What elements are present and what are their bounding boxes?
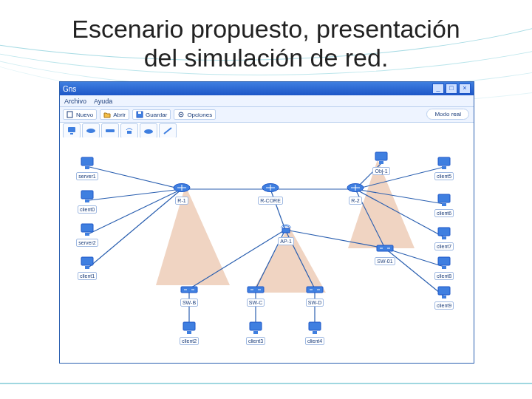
node-label: SW-B	[180, 299, 198, 307]
svg-rect-67	[442, 266, 446, 269]
svg-rect-51	[377, 245, 393, 251]
window-titlebar[interactable]: Gns _ □ ×	[60, 82, 474, 95]
node-label: client6	[434, 209, 454, 217]
window-maximize-button[interactable]: □	[446, 83, 457, 94]
palette-ap-button[interactable]	[120, 123, 138, 138]
palette-host-button[interactable]	[63, 123, 81, 138]
open-button[interactable]: Abrir	[100, 109, 129, 120]
save-button-label: Guardar	[146, 112, 167, 118]
node-swd[interactable]: SW-D	[302, 282, 327, 307]
node-r1[interactable]: R-1	[169, 180, 194, 205]
node-label: Obj-1	[372, 167, 389, 175]
node-obj1[interactable]: Obj-1	[369, 151, 394, 175]
node-label: server1	[76, 172, 98, 180]
node-client7[interactable]: client7	[432, 226, 457, 250]
slide-title: Escenario propuesto, presentación del si…	[0, 15, 532, 72]
svg-line-17	[89, 189, 182, 233]
toolbar: Nuevo Abrir Guardar Opciones Modo real	[60, 107, 474, 123]
node-server1[interactable]: server1	[75, 156, 100, 180]
node-client4[interactable]: client4	[302, 321, 327, 345]
palette-switch-button[interactable]	[101, 123, 119, 138]
palette-router-button[interactable]	[82, 123, 100, 138]
menu-ayuda[interactable]: Ayuda	[94, 98, 112, 105]
node-swc[interactable]: SW-C	[243, 282, 268, 307]
node-core[interactable]: R-CORE	[258, 180, 283, 205]
node-swe[interactable]: SW-01	[372, 241, 398, 265]
node-label: client2	[180, 337, 199, 345]
node-client5[interactable]: client5	[432, 156, 457, 180]
svg-point-10	[144, 129, 153, 134]
svg-rect-68	[438, 287, 450, 295]
node-label: client9	[434, 301, 454, 310]
svg-rect-61	[442, 166, 446, 169]
svg-rect-69	[442, 296, 446, 299]
svg-rect-36	[81, 157, 93, 166]
svg-rect-0	[67, 112, 72, 117]
node-client2[interactable]: client2	[177, 321, 202, 345]
svg-rect-66	[438, 257, 450, 265]
node-label: R-CORE	[258, 197, 283, 205]
gear-icon	[177, 111, 185, 118]
menu-bar: Archivo Ayuda	[60, 95, 474, 107]
svg-rect-59	[379, 161, 383, 164]
node-swb[interactable]: SW-B	[177, 282, 202, 307]
slide-footer-rule	[0, 383, 532, 384]
new-button-label: Nuevo	[76, 112, 93, 118]
window-minimize-button[interactable]: _	[432, 83, 444, 94]
svg-rect-2	[138, 112, 141, 114]
mode-indicator[interactable]: Modo real	[426, 109, 469, 120]
svg-rect-54	[250, 322, 262, 330]
svg-rect-63	[442, 203, 446, 206]
svg-rect-40	[81, 224, 93, 232]
options-button-label: Opciones	[187, 112, 212, 118]
svg-rect-64	[438, 228, 450, 236]
node-client8[interactable]: client8	[432, 256, 457, 280]
svg-rect-9	[127, 131, 132, 134]
svg-line-18	[89, 189, 182, 267]
svg-rect-60	[438, 157, 450, 166]
svg-rect-57	[313, 331, 317, 334]
options-button[interactable]: Opciones	[174, 109, 216, 120]
node-label: R-1	[175, 197, 188, 205]
svg-rect-42	[81, 257, 93, 265]
svg-point-7	[86, 129, 95, 133]
svg-rect-50	[307, 287, 323, 293]
node-client3[interactable]: client3	[243, 321, 268, 345]
palette-link-button[interactable]	[159, 123, 177, 138]
node-label: client1	[78, 272, 97, 280]
save-button[interactable]: Guardar	[132, 109, 171, 120]
svg-rect-6	[70, 133, 73, 134]
slide-title-line2: del simulación de red.	[144, 44, 389, 72]
new-button[interactable]: Nuevo	[63, 109, 97, 120]
node-client6[interactable]: client6	[432, 193, 457, 217]
window-title: Gns	[63, 85, 432, 93]
svg-rect-38	[81, 191, 93, 199]
svg-rect-37	[85, 166, 89, 169]
node-ap1[interactable]: AP-1	[273, 221, 299, 245]
svg-point-4	[180, 114, 182, 115]
node-client0[interactable]: client0	[75, 189, 100, 214]
svg-rect-53	[187, 331, 191, 334]
svg-rect-62	[438, 194, 450, 202]
window-close-button[interactable]: ×	[459, 83, 471, 94]
node-label: SW-01	[375, 257, 395, 265]
node-label: client0	[78, 205, 97, 214]
node-label: server2	[76, 239, 98, 247]
node-client1[interactable]: client1	[75, 256, 100, 280]
node-r2[interactable]: R-2	[343, 180, 368, 205]
menu-archivo[interactable]: Archivo	[64, 98, 86, 105]
node-client9[interactable]: client9	[432, 285, 457, 310]
new-icon	[66, 111, 74, 118]
node-server2[interactable]: server2	[75, 222, 100, 247]
node-label: client5	[434, 172, 454, 180]
svg-line-16	[89, 189, 182, 200]
svg-line-11	[164, 128, 171, 134]
topology-canvas[interactable]: server1 client0 server2 client1 R-1 R-CO…	[60, 137, 474, 363]
simulator-window: Gns _ □ × Archivo Ayuda Nuevo Abrir Guar…	[59, 81, 474, 364]
svg-rect-49	[248, 287, 264, 293]
svg-rect-65	[442, 236, 446, 239]
svg-line-15	[89, 167, 182, 189]
svg-rect-43	[85, 266, 89, 269]
palette-cloud-button[interactable]	[140, 123, 157, 138]
svg-line-31	[285, 230, 385, 248]
